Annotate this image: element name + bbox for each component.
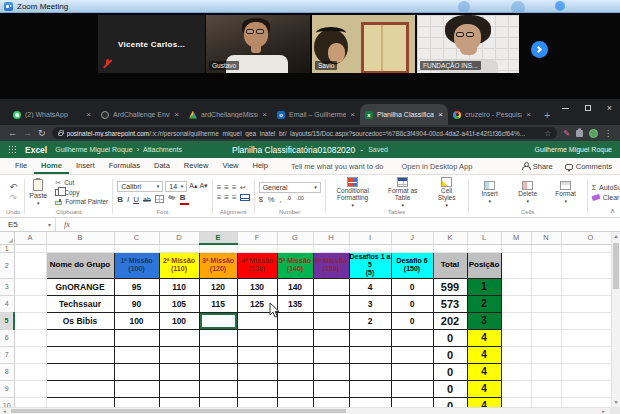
cell[interactable] — [501, 278, 531, 295]
cell[interactable] — [14, 278, 46, 295]
desafios-1-5-cell[interactable] — [349, 346, 391, 363]
horizontal-scroll-thumb[interactable] — [11, 409, 346, 413]
new-tab-button[interactable]: + — [544, 109, 550, 121]
total-cell[interactable]: 599 — [433, 278, 467, 295]
decrease-decimal-button[interactable]: .00 — [296, 196, 304, 202]
cell[interactable] — [14, 312, 46, 329]
cell[interactable] — [501, 346, 531, 363]
browser-tab[interactable]: cruzeiro - Pesquisa Go...× — [448, 104, 536, 125]
table-header-cell[interactable]: 3ª Missão(120) — [199, 252, 237, 278]
mission-1-cell[interactable]: 95 — [114, 278, 159, 295]
align-center-button[interactable]: ≡ — [224, 194, 229, 202]
mission-4-cell[interactable] — [237, 346, 277, 363]
merge-center-button[interactable] — [240, 194, 250, 201]
tab-close-icon[interactable]: × — [174, 110, 179, 119]
participant-video-gustavo[interactable]: Gustavo — [206, 15, 310, 73]
mission-2-cell[interactable] — [159, 329, 199, 346]
mission-1-cell[interactable] — [114, 380, 159, 397]
desafio-6-cell[interactable] — [391, 329, 433, 346]
vertical-scrollbar[interactable]: ▲ ▼ — [611, 232, 620, 407]
scroll-right-icon[interactable]: ▸ — [599, 408, 608, 414]
cell[interactable] — [349, 244, 391, 252]
mission-3-cell[interactable] — [199, 346, 237, 363]
url-bar[interactable]: posinatel-my.sharepoint.com/:x:/r/person… — [52, 127, 558, 139]
paste-button[interactable]: Paste ▾ — [29, 179, 51, 206]
cell[interactable] — [501, 295, 531, 312]
total-cell[interactable]: 0 — [433, 346, 467, 363]
cell[interactable] — [14, 380, 46, 397]
column-header-D[interactable]: D — [159, 232, 199, 244]
cell[interactable] — [467, 244, 501, 252]
mission-1-cell[interactable] — [114, 329, 159, 346]
currency-button[interactable]: $ — [259, 195, 263, 204]
mission-5-cell[interactable] — [277, 380, 313, 397]
cell[interactable] — [501, 329, 531, 346]
group-name-cell[interactable]: GnORANGE — [46, 278, 114, 295]
cell[interactable] — [531, 346, 561, 363]
tab-close-icon[interactable]: × — [350, 110, 355, 119]
menu-insert[interactable]: Insert — [69, 158, 102, 174]
document-title[interactable]: Planilha Classificatória01082020 - Saved — [232, 145, 388, 155]
open-in-desktop-button[interactable]: Open in Desktop App — [402, 162, 473, 171]
group-name-cell[interactable]: Techssaur — [46, 295, 114, 312]
format-as-table-button[interactable]: Format as Table▾ — [380, 177, 426, 208]
pencil-extension-icon[interactable]: ✎ — [563, 129, 570, 138]
table-header-cell[interactable]: Desafios 1 a 5(5) — [349, 252, 391, 278]
browser-tab[interactable]: Email – Guilherme Mig...× — [272, 104, 360, 125]
grow-font-button[interactable]: A▴ — [189, 182, 197, 190]
zoom-titlebar[interactable]: Zoom Meeting — [0, 0, 620, 13]
cell[interactable] — [531, 380, 561, 397]
bookmark-star-icon[interactable]: ☆ — [544, 129, 551, 138]
delete-cells-button[interactable]: Delete▾ — [511, 181, 545, 204]
column-header-I[interactable]: I — [349, 232, 391, 244]
minimize-icon[interactable] — [562, 108, 569, 109]
group-name-cell[interactable] — [46, 329, 114, 346]
tab-close-icon[interactable]: × — [86, 110, 91, 119]
cut-button[interactable]: ✂Cut — [55, 179, 74, 187]
cell[interactable] — [531, 329, 561, 346]
row-header-8[interactable]: 8 — [0, 363, 14, 380]
format-painter-button[interactable]: Format Painter — [55, 198, 108, 206]
menu-help[interactable]: Help — [246, 158, 275, 174]
mission-5-cell[interactable] — [277, 312, 313, 329]
desafio-6-cell[interactable] — [391, 346, 433, 363]
desafios-1-5-cell[interactable] — [349, 363, 391, 380]
column-header-F[interactable]: F — [237, 232, 277, 244]
bold-button[interactable]: B — [117, 195, 123, 204]
menu-review[interactable]: Review — [177, 158, 216, 174]
desafio-6-cell[interactable] — [391, 380, 433, 397]
percent-button[interactable]: % — [268, 195, 275, 204]
cell[interactable] — [14, 295, 46, 312]
desafio-6-cell[interactable]: 0 — [391, 278, 433, 295]
tell-me-box[interactable]: Tell me what you want to do — [291, 162, 384, 171]
borders-button[interactable] — [155, 195, 164, 203]
row-header-3[interactable]: 3 — [0, 278, 14, 295]
mission-6-cell[interactable] — [313, 312, 349, 329]
total-cell[interactable]: 0 — [433, 380, 467, 397]
mission-2-cell[interactable] — [159, 363, 199, 380]
browser-tab[interactable]: (2) WhatsApp× — [8, 104, 96, 125]
browser-tab[interactable]: ArdChallenge Envios× — [96, 104, 184, 125]
mission-3-cell[interactable] — [199, 329, 237, 346]
desafios-1-5-cell[interactable] — [349, 329, 391, 346]
desafio-6-cell[interactable]: 0 — [391, 295, 433, 312]
cell[interactable] — [159, 244, 199, 252]
menu-data[interactable]: Data — [147, 158, 177, 174]
column-header-B[interactable]: B — [46, 232, 114, 244]
conditional-formatting-button[interactable]: Conditional Formatting▾ — [330, 177, 376, 208]
mission-3-cell[interactable] — [199, 363, 237, 380]
posicao-cell[interactable]: 4 — [467, 329, 501, 346]
copy-button[interactable]: Copy — [55, 189, 79, 197]
cell[interactable] — [14, 244, 46, 252]
strikethrough-button[interactable]: ab — [143, 196, 151, 203]
mission-2-cell[interactable]: 110 — [159, 278, 199, 295]
mission-3-cell[interactable] — [199, 312, 237, 329]
mission-4-cell[interactable] — [237, 329, 277, 346]
desafios-1-5-cell[interactable] — [349, 380, 391, 397]
align-middle-button[interactable]: ≡ — [224, 184, 229, 192]
table-header-cell[interactable]: 6ª Missão(150) — [313, 252, 349, 278]
participant-video-vicente[interactable]: Vicente Carlos... — [98, 15, 205, 73]
posicao-cell[interactable]: 4 — [467, 363, 501, 380]
cell[interactable] — [501, 380, 531, 397]
extensions-puzzle-icon[interactable] — [576, 130, 583, 137]
